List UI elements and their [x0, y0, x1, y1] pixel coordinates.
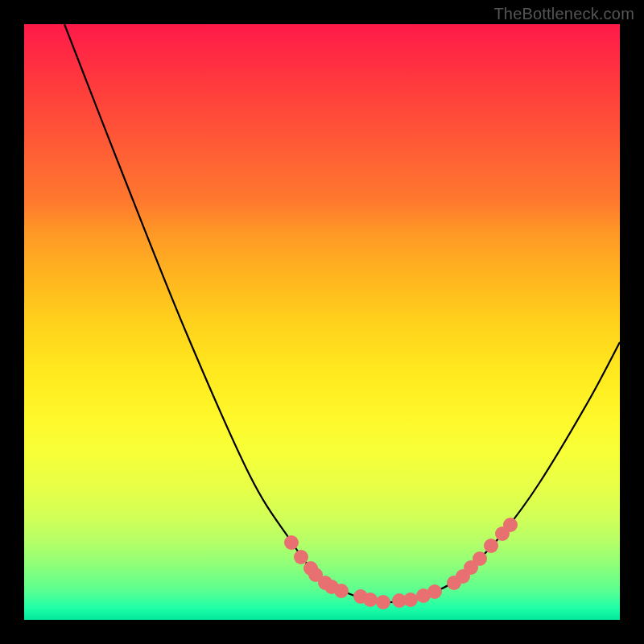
chart-curve	[64, 24, 620, 602]
chart-marker-group	[284, 518, 518, 609]
watermark-text: TheBottleneck.com	[493, 5, 634, 23]
chart-marker-dot	[284, 535, 299, 550]
chart-marker-dot	[427, 584, 442, 599]
chart-svg	[24, 24, 620, 620]
chart-marker-dot	[403, 592, 418, 607]
chart-marker-dot	[334, 584, 349, 598]
chart-marker-dot	[484, 539, 498, 553]
chart-marker-dot	[363, 592, 378, 607]
chart-marker-dot	[376, 595, 390, 609]
chart-frame: TheBottleneck.com	[0, 0, 644, 644]
chart-marker-dot	[503, 518, 518, 532]
chart-marker-dot	[294, 550, 308, 564]
chart-marker-dot	[473, 551, 487, 566]
